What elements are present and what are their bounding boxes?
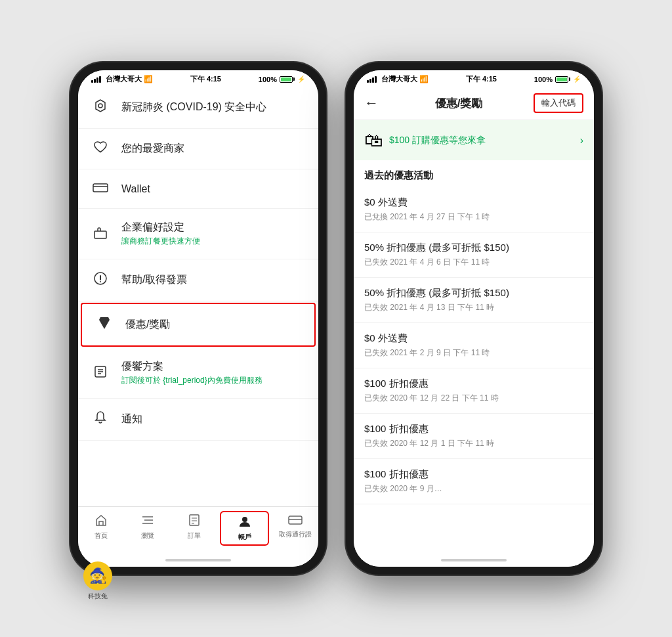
tab-account[interactable]: 帳戶 bbox=[220, 511, 269, 546]
promo-list: $0 外送費已兌換 2021 年 4 月 27 日 下午 1 時50% 折扣優惠… bbox=[354, 187, 594, 554]
left-status-right: 100% ⚡ bbox=[259, 76, 305, 83]
menu-title-wallet: Wallet bbox=[121, 183, 305, 195]
menu-icon-promo bbox=[95, 316, 114, 334]
tab-label-home: 首頁 bbox=[94, 531, 108, 540]
promo-header: ← 優惠/獎勵 輸入代碼 bbox=[354, 87, 594, 120]
tab-home[interactable]: 首頁 bbox=[78, 511, 125, 546]
tab-label-browse: 瀏覽 bbox=[141, 531, 154, 540]
enter-code-button[interactable]: 輸入代碼 bbox=[534, 93, 583, 113]
tab-icon-browse bbox=[141, 514, 154, 530]
tab-icon-orders bbox=[188, 514, 201, 530]
svg-point-6 bbox=[100, 281, 101, 282]
battery-percent-right: 100% bbox=[534, 76, 553, 83]
menu-icon-help bbox=[91, 271, 110, 289]
left-phone: 台灣大哥大 📶 下午 4:15 100% ⚡ bbox=[70, 62, 326, 575]
menu-title-promo: 優惠/獎勵 bbox=[125, 318, 301, 332]
promo-item-title-0: $0 外送費 bbox=[364, 196, 583, 209]
menu-title-business: 企業偏好設定 bbox=[121, 221, 305, 234]
right-phone-screen: 台灣大哥大 📶 下午 4:15 100% ⚡ ← bbox=[354, 70, 594, 567]
promo-item-date-5: 已失效 2020 年 12 月 1 日 下午 11 時 bbox=[364, 438, 583, 449]
right-phone: 台灣大哥大 📶 下午 4:15 100% ⚡ ← bbox=[346, 62, 602, 575]
wifi-icon-right: 📶 bbox=[419, 75, 429, 83]
promo-item-title-1: 50% 折扣優惠 (最多可折抵 $150) bbox=[364, 242, 583, 254]
menu-icon-wallet bbox=[91, 181, 110, 196]
wifi-icon: 📶 bbox=[144, 75, 153, 83]
promo-item-1[interactable]: 50% 折扣優惠 (最多可折抵 $150)已失效 2021 年 4 月 6 日 … bbox=[354, 232, 594, 278]
back-button[interactable]: ← bbox=[364, 95, 379, 112]
menu-title-covid: 新冠肺炎 (COVID-19) 安全中心 bbox=[121, 100, 305, 114]
banner-icon: 🛍 bbox=[364, 129, 383, 151]
signal-icon bbox=[91, 76, 101, 83]
carrier-right: 台灣大哥大 bbox=[381, 74, 417, 84]
menu-list: 新冠肺炎 (COVID-19) 安全中心您的最愛商家Wallet企業偏好設定讓商… bbox=[78, 87, 318, 506]
menu-icon-covid bbox=[91, 99, 110, 116]
tab-pass[interactable]: 取得通行證 bbox=[272, 511, 318, 546]
time-left: 下午 4:15 bbox=[190, 74, 221, 84]
promo-item-title-2: 50% 折扣優惠 (最多可折抵 $150) bbox=[364, 287, 583, 299]
right-screen-content: 🛍 $100 訂購優惠等您來拿 › 過去的優惠活動 $0 外送費已兌換 2021… bbox=[354, 120, 594, 567]
menu-item-business[interactable]: 企業偏好設定讓商務訂餐更快速方便 bbox=[78, 209, 318, 259]
charging-icon-left: ⚡ bbox=[297, 76, 305, 83]
right-status-bar: 台灣大哥大 📶 下午 4:15 100% ⚡ bbox=[354, 70, 594, 87]
menu-title-help: 幫助/取得發票 bbox=[121, 273, 305, 287]
menu-item-notify[interactable]: 通知 bbox=[78, 399, 318, 441]
left-status-bar: 台灣大哥大 📶 下午 4:15 100% ⚡ bbox=[78, 70, 318, 87]
bottom-logo: 🧙 科技兔 bbox=[83, 561, 112, 601]
carrier-left: 台灣大哥大 bbox=[106, 74, 142, 84]
home-indicator-left bbox=[78, 554, 318, 567]
phones-container: 台灣大哥大 📶 下午 4:15 100% ⚡ bbox=[70, 62, 602, 575]
menu-item-promo[interactable]: 優惠/獎勵 bbox=[81, 303, 316, 347]
promo-item-date-2: 已失效 2021 年 4 月 13 日 下午 11 時 bbox=[364, 302, 583, 313]
battery-icon-right bbox=[555, 76, 570, 83]
battery-icon-left bbox=[280, 76, 295, 83]
tab-browse[interactable]: 瀏覽 bbox=[125, 511, 171, 546]
banner-text: $100 訂購優惠等您來拿 bbox=[389, 135, 574, 146]
menu-item-plan[interactable]: 優饗方案訂閱後可於 {trial_period}內免費使用服務 bbox=[78, 348, 318, 399]
tab-icon-home bbox=[94, 514, 108, 530]
promo-item-6[interactable]: $100 折扣優惠已失效 2020 年 9 月… bbox=[354, 459, 594, 504]
menu-title-favorites: 您的最愛商家 bbox=[121, 142, 305, 156]
tab-icon-pass bbox=[288, 514, 303, 529]
charging-icon-right: ⚡ bbox=[573, 76, 581, 83]
promo-screen-title: 優惠/獎勵 bbox=[384, 96, 534, 111]
promo-item-date-6: 已失效 2020 年 9 月… bbox=[364, 483, 583, 494]
menu-item-help[interactable]: 幫助/取得發票 bbox=[78, 259, 318, 301]
promo-item-3[interactable]: $0 外送費已失效 2021 年 2 月 9 日 下午 11 時 bbox=[354, 323, 594, 368]
menu-item-wallet[interactable]: Wallet bbox=[78, 169, 318, 209]
menu-icon-plan bbox=[91, 364, 110, 382]
right-status-left: 台灣大哥大 📶 bbox=[367, 74, 429, 84]
right-status-right: 100% ⚡ bbox=[534, 76, 581, 83]
svg-point-18 bbox=[242, 517, 247, 522]
menu-subtitle-business: 讓商務訂餐更快速方便 bbox=[121, 236, 305, 247]
time-right: 下午 4:15 bbox=[466, 74, 497, 84]
left-status-left: 台灣大哥大 📶 bbox=[91, 74, 153, 84]
promo-banner[interactable]: 🛍 $100 訂購優惠等您來拿 › bbox=[354, 120, 594, 160]
menu-icon-business bbox=[91, 226, 110, 242]
tab-orders[interactable]: 訂單 bbox=[171, 511, 218, 546]
promo-item-date-3: 已失效 2021 年 2 月 9 日 下午 11 時 bbox=[364, 347, 583, 359]
menu-title-notify: 通知 bbox=[121, 412, 305, 426]
home-indicator-right bbox=[354, 554, 594, 567]
svg-rect-1 bbox=[93, 184, 108, 192]
promo-item-0[interactable]: $0 外送費已兌換 2021 年 4 月 27 日 下午 1 時 bbox=[354, 187, 594, 232]
banner-arrow: › bbox=[580, 135, 583, 146]
menu-item-covid[interactable]: 新冠肺炎 (COVID-19) 安全中心 bbox=[78, 87, 318, 129]
left-screen-content: 新冠肺炎 (COVID-19) 安全中心您的最愛商家Wallet企業偏好設定讓商… bbox=[78, 87, 318, 567]
logo-icon: 🧙 bbox=[83, 561, 112, 590]
menu-item-favorites[interactable]: 您的最愛商家 bbox=[78, 129, 318, 169]
battery-percent-left: 100% bbox=[259, 76, 277, 83]
menu-subtitle-plan: 訂閱後可於 {trial_period}內免費使用服務 bbox=[121, 375, 305, 386]
tab-label-orders: 訂單 bbox=[188, 531, 201, 540]
promo-item-date-0: 已兌換 2021 年 4 月 27 日 下午 1 時 bbox=[364, 211, 583, 223]
promo-item-5[interactable]: $100 折扣優惠已失效 2020 年 12 月 1 日 下午 11 時 bbox=[354, 414, 594, 459]
menu-icon-favorites bbox=[91, 141, 110, 157]
promo-item-title-5: $100 折扣優惠 bbox=[364, 423, 583, 435]
promo-item-4[interactable]: $100 折扣優惠已失效 2020 年 12 月 22 日 下午 11 時 bbox=[354, 368, 594, 414]
promo-item-2[interactable]: 50% 折扣優惠 (最多可折抵 $150)已失效 2021 年 4 月 13 日… bbox=[354, 278, 594, 323]
promo-item-title-4: $100 折扣優惠 bbox=[364, 378, 583, 390]
promo-item-title-6: $100 折扣優惠 bbox=[364, 468, 583, 481]
tab-label-account: 帳戶 bbox=[238, 533, 251, 542]
menu-icon-notify bbox=[91, 410, 110, 428]
svg-rect-3 bbox=[94, 231, 106, 238]
promo-item-date-1: 已失效 2021 年 4 月 6 日 下午 11 時 bbox=[364, 257, 583, 268]
